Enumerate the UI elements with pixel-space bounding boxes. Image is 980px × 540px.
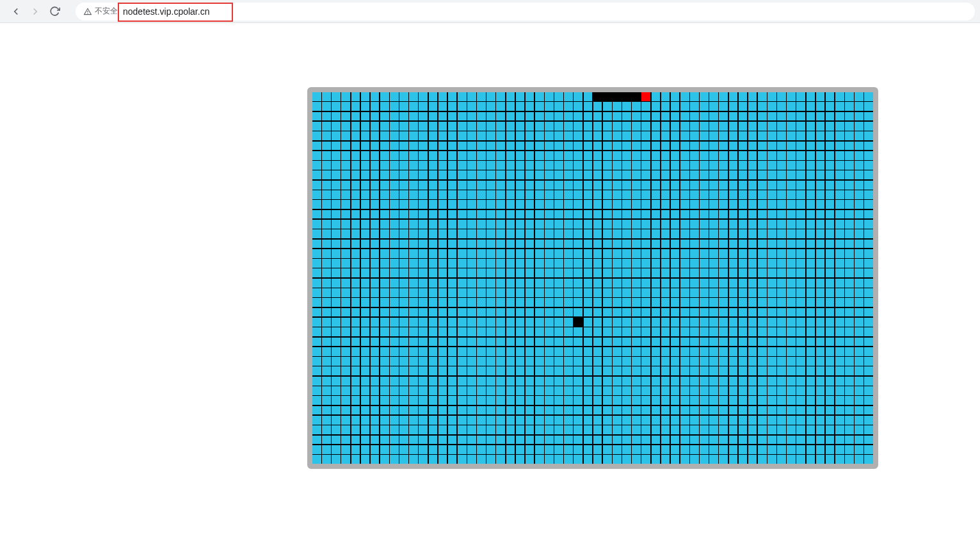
grid-cell bbox=[807, 112, 815, 121]
grid-cell bbox=[516, 347, 525, 356]
grid-cell bbox=[574, 366, 582, 375]
grid-cell bbox=[855, 425, 864, 434]
grid-cell bbox=[864, 445, 873, 454]
grid-cell bbox=[380, 122, 389, 131]
grid-cell bbox=[816, 170, 825, 179]
grid-cell bbox=[535, 436, 544, 445]
grid-cell bbox=[777, 347, 786, 356]
grid-cell bbox=[739, 268, 748, 277]
grid-cell bbox=[816, 151, 825, 160]
grid-cell bbox=[777, 131, 786, 140]
grid-cell bbox=[322, 318, 331, 327]
grid-cell bbox=[767, 445, 776, 454]
grid-cell bbox=[748, 151, 757, 160]
grid-cell bbox=[554, 308, 563, 317]
grid-cell bbox=[458, 112, 467, 121]
grid-cell bbox=[496, 210, 505, 219]
grid-cell bbox=[467, 249, 476, 258]
grid-cell bbox=[322, 445, 331, 454]
grid-cell bbox=[709, 357, 718, 366]
grid-cell bbox=[496, 318, 505, 327]
grid-cell bbox=[796, 288, 805, 297]
grid-cell bbox=[390, 279, 399, 288]
grid-cell bbox=[448, 259, 457, 268]
grid-cell bbox=[593, 357, 602, 366]
grid-cell bbox=[613, 357, 622, 366]
grid-cell bbox=[419, 92, 428, 101]
grid-cell bbox=[729, 396, 738, 405]
grid-cell bbox=[448, 357, 457, 366]
grid-cell bbox=[864, 396, 873, 405]
grid-cell bbox=[816, 142, 825, 151]
grid-cell bbox=[855, 200, 864, 209]
address-bar[interactable]: 不安全 nodetest.vip.cpolar.cn bbox=[76, 3, 975, 20]
grid-cell bbox=[661, 92, 670, 101]
grid-cell bbox=[603, 161, 612, 170]
grid-cell bbox=[748, 338, 757, 347]
grid-cell bbox=[419, 240, 428, 249]
grid-cell bbox=[690, 142, 699, 151]
grid-cell bbox=[641, 190, 650, 199]
grid-cell bbox=[632, 249, 641, 258]
grid-cell bbox=[690, 366, 699, 375]
grid-cell bbox=[564, 220, 573, 229]
grid-cell bbox=[506, 181, 515, 190]
grid-cell bbox=[371, 327, 380, 336]
grid-cell bbox=[690, 102, 699, 111]
grid-cell bbox=[390, 210, 399, 219]
grid-cell bbox=[351, 92, 360, 101]
grid-cell bbox=[826, 308, 835, 317]
grid-cell bbox=[526, 229, 534, 238]
grid-cell bbox=[438, 308, 447, 317]
grid-cell bbox=[486, 268, 495, 277]
grid-cell bbox=[729, 112, 738, 121]
grid-cell bbox=[767, 142, 776, 151]
grid-cell bbox=[322, 229, 331, 238]
grid-cell bbox=[864, 170, 873, 179]
grid-cell bbox=[758, 102, 767, 111]
grid-cell bbox=[826, 102, 835, 111]
grid-cell bbox=[622, 240, 631, 249]
grid-cell bbox=[429, 357, 438, 366]
grid-cell bbox=[748, 396, 757, 405]
grid-cell bbox=[864, 142, 873, 151]
reload-button[interactable] bbox=[49, 6, 60, 17]
grid-cell bbox=[641, 288, 650, 297]
grid-cell bbox=[632, 220, 641, 229]
grid-cell bbox=[690, 318, 699, 327]
grid-cell bbox=[593, 220, 602, 229]
grid-cell bbox=[554, 406, 563, 415]
grid-cell bbox=[554, 210, 563, 219]
grid-cell bbox=[545, 112, 554, 121]
grid-cell bbox=[419, 338, 428, 347]
grid-cell bbox=[826, 131, 835, 140]
grid-cell bbox=[496, 298, 505, 307]
grid-cell bbox=[371, 142, 380, 151]
grid-cell bbox=[613, 210, 622, 219]
grid-cell bbox=[467, 131, 476, 140]
forward-button[interactable] bbox=[29, 6, 41, 17]
grid-cell bbox=[652, 386, 661, 395]
grid-cell bbox=[632, 357, 641, 366]
security-indicator[interactable]: 不安全 bbox=[83, 6, 118, 17]
grid-cell bbox=[419, 151, 428, 160]
grid-cell bbox=[448, 318, 457, 327]
grid-cell bbox=[622, 425, 631, 434]
grid-cell bbox=[787, 386, 796, 395]
grid-cell bbox=[332, 161, 341, 170]
grid-cell bbox=[554, 249, 563, 258]
grid-cell bbox=[835, 131, 844, 140]
grid-cell bbox=[467, 445, 476, 454]
snake-game-board[interactable] bbox=[307, 87, 878, 469]
grid-cell bbox=[748, 122, 757, 131]
grid-cell bbox=[438, 366, 447, 375]
grid-cell bbox=[652, 112, 661, 121]
grid-cell bbox=[835, 190, 844, 199]
grid-cell bbox=[622, 406, 631, 415]
grid-cell bbox=[419, 318, 428, 327]
grid-cell bbox=[448, 455, 457, 464]
grid-cell bbox=[526, 112, 534, 121]
grid-cell bbox=[545, 308, 554, 317]
back-button[interactable] bbox=[10, 6, 22, 17]
grid-cell bbox=[419, 170, 428, 179]
